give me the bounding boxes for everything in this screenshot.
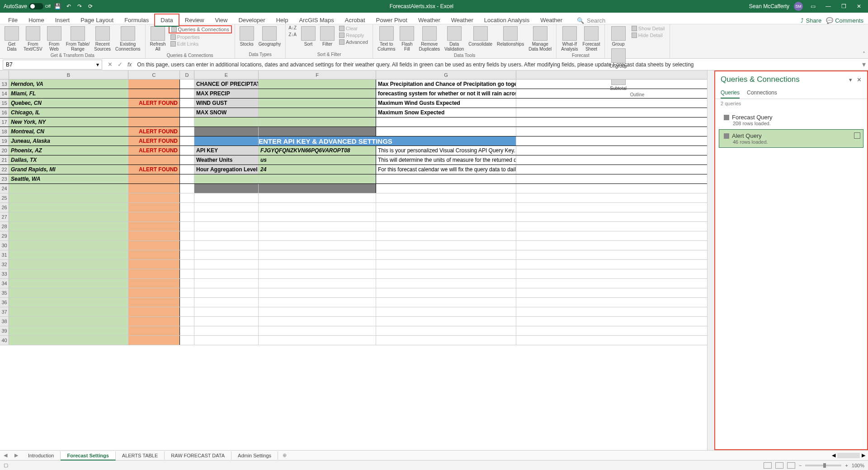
setting-label[interactable]: CHANCE OF PRECIPTATION (194, 80, 259, 89)
get-data-from-web[interactable]: FromWeb (45, 25, 63, 52)
repeat-icon[interactable]: ⟳ (87, 3, 94, 10)
cell[interactable] (180, 165, 194, 174)
setting-value[interactable] (259, 108, 376, 117)
alert-status[interactable] (128, 118, 180, 127)
location-name[interactable]: Quebec, CN (9, 99, 128, 108)
cell[interactable] (180, 260, 194, 269)
cell[interactable] (180, 288, 194, 297)
location-name[interactable]: Herndon, VA (9, 80, 128, 89)
vertical-scrollbar[interactable] (707, 70, 714, 450)
cell[interactable] (194, 250, 259, 259)
cell[interactable] (194, 307, 259, 316)
connections-tab[interactable]: Connections (747, 88, 777, 99)
sort-desc-icon[interactable]: Z↓A (288, 32, 297, 37)
location-name[interactable] (9, 279, 128, 288)
data-tool-data-validation[interactable]: DataValidation (443, 25, 466, 52)
location-name[interactable] (9, 269, 128, 278)
alert-status[interactable] (128, 184, 180, 193)
data-tool-manage-data-model[interactable]: ManageData Model (527, 25, 553, 52)
setting-desc[interactable]: Maximum Snow Expected (376, 108, 516, 117)
row-header[interactable]: 14 (0, 89, 9, 98)
data-tool-flash-fill[interactable]: FlashFill (398, 25, 416, 52)
column-header-C[interactable]: C (128, 70, 180, 79)
cell[interactable] (180, 269, 194, 278)
alert-status[interactable] (128, 231, 180, 240)
cell[interactable] (376, 174, 516, 183)
column-header-E[interactable]: E (194, 70, 259, 79)
cell[interactable] (376, 231, 516, 240)
cell[interactable] (194, 231, 259, 240)
alert-status[interactable] (128, 317, 180, 326)
user-avatar[interactable]: SM (794, 2, 803, 11)
row-header[interactable]: 32 (0, 260, 9, 269)
cell[interactable] (259, 174, 376, 183)
setting-value[interactable] (259, 89, 376, 98)
cell[interactable] (194, 260, 259, 269)
cell[interactable] (180, 136, 194, 146)
location-name[interactable] (9, 222, 128, 231)
row-header[interactable]: 17 (0, 118, 9, 127)
location-name[interactable] (9, 288, 128, 297)
queries-tab[interactable]: Queries (721, 88, 740, 99)
cell[interactable] (259, 212, 376, 221)
save-icon[interactable]: 💾 (54, 3, 61, 10)
sheet-tab-alerts-table[interactable]: ALERTS TABLE (116, 451, 165, 460)
setting-label[interactable]: MAX SNOW (194, 108, 259, 117)
cell[interactable] (194, 336, 259, 345)
alert-status[interactable] (128, 260, 180, 269)
cell[interactable] (376, 298, 516, 307)
row-header[interactable]: 15 (0, 99, 9, 108)
cell[interactable] (180, 279, 194, 288)
pane-menu-icon[interactable]: ▾ (849, 76, 852, 83)
page-layout-view-icon[interactable] (775, 462, 783, 469)
sheet-tab-introduction[interactable]: Introduction (22, 451, 61, 460)
row-header[interactable]: 38 (0, 317, 9, 326)
alert-status[interactable]: ALERT FOUND (128, 136, 180, 146)
alert-status[interactable] (128, 80, 180, 89)
row-header[interactable]: 16 (0, 108, 9, 117)
api-value[interactable]: us (259, 155, 376, 164)
cell[interactable] (376, 212, 516, 221)
row-header[interactable]: 18 (0, 127, 9, 136)
api-desc[interactable]: For this forecast calendar we will fix t… (376, 165, 516, 174)
column-header-F[interactable]: F (259, 70, 376, 79)
location-name[interactable] (9, 241, 128, 250)
name-box[interactable]: B7 ▾ (3, 60, 102, 70)
cell[interactable] (194, 118, 259, 127)
location-name[interactable] (9, 231, 128, 240)
api-value[interactable]: FJGYQFQNZKVN66PQ6VAROPT08 (259, 146, 376, 155)
user-name[interactable]: Sean McCafferty (749, 3, 789, 9)
get-data-existing-connections[interactable]: ExistingConnections (113, 25, 142, 52)
pane-close-icon[interactable]: ✕ (857, 76, 862, 83)
select-all-corner[interactable] (0, 70, 9, 79)
setting-desc[interactable]: Max Precipitation and Chance of Precipit… (376, 80, 516, 89)
hscroll-right-icon[interactable]: ▶ (862, 452, 865, 458)
location-name[interactable]: Grand Rapids, MI (9, 165, 128, 174)
alert-status[interactable] (128, 288, 180, 297)
sheet-nav-prev-icon[interactable]: ◀ (0, 452, 11, 458)
location-name[interactable] (9, 260, 128, 269)
location-name[interactable] (9, 184, 128, 193)
cell[interactable] (180, 108, 194, 117)
cell[interactable] (376, 288, 516, 297)
cell[interactable] (259, 279, 376, 288)
cell[interactable] (180, 336, 194, 345)
cell[interactable] (194, 174, 259, 183)
cell[interactable] (376, 241, 516, 250)
hscroll-left-icon[interactable]: ◀ (832, 452, 835, 458)
share-button[interactable]: ⤴ Share (801, 17, 821, 24)
row-header[interactable]: 40 (0, 336, 9, 345)
setting-desc[interactable]: forecasting system for whether or not it… (376, 89, 516, 98)
cell[interactable] (259, 317, 376, 326)
cell[interactable] (259, 203, 376, 212)
row-header[interactable]: 35 (0, 288, 9, 297)
row-header[interactable]: 28 (0, 222, 9, 231)
alert-status[interactable] (128, 298, 180, 307)
redo-icon[interactable]: ↷ (76, 3, 83, 10)
alert-status[interactable] (128, 193, 180, 202)
section-title[interactable]: ENTER API KEY & ADVANCED SETTINGS (259, 136, 516, 146)
zoom-slider[interactable] (805, 465, 841, 466)
cell[interactable] (259, 222, 376, 231)
alert-status[interactable] (128, 203, 180, 212)
cell[interactable] (180, 298, 194, 307)
